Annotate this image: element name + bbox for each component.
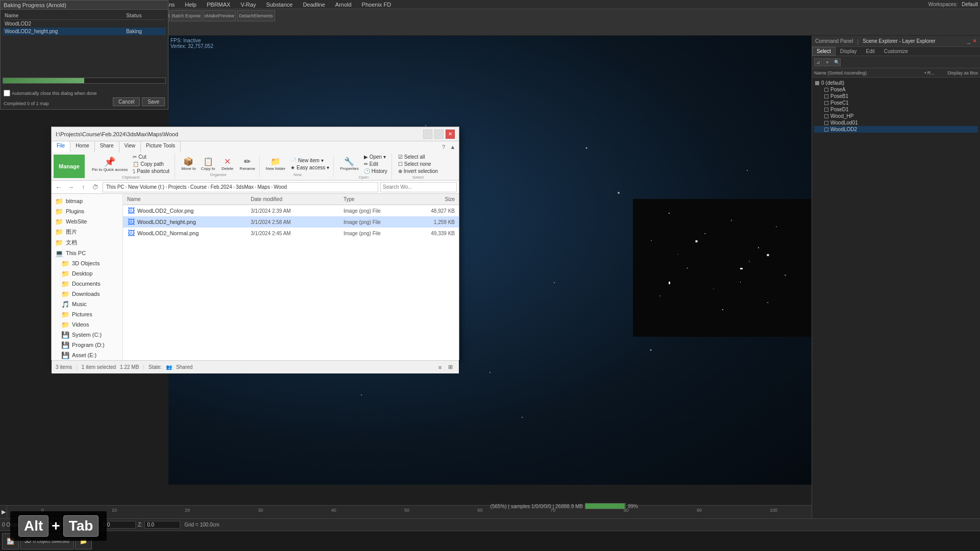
ribbon-help-icon[interactable]: ? [439,143,448,151]
timeline-expand[interactable]: ▶ [0,506,7,518]
ribbon-collapse-icon[interactable]: ▲ [449,143,457,151]
easy-access-button[interactable]: ★ Easy access ▾ [288,164,331,171]
sidebar-item-website[interactable]: 📁 WebSite [52,216,122,227]
baking-row-1[interactable]: WoodLOD2 [3,20,166,28]
menu-vray[interactable]: V-Ray [237,1,259,8]
sidebar-item-docs-cn[interactable]: 📁 文档 [52,237,122,248]
sidebar-item-documents[interactable]: 📁 Documents [52,279,122,289]
pin-quick-access-button[interactable]: 📌 Pin to Quick access [90,155,130,173]
ribbon-tab-view[interactable]: View [119,141,141,153]
col-header-type[interactable]: Type [344,196,405,202]
timeline-bar[interactable]: 01020304050 60708090100 [7,506,812,518]
scene-toolbar-sort[interactable]: ≡ [823,58,831,66]
breadcrumb-feb2024[interactable]: Feb.2024 [210,184,232,190]
col-header-date[interactable]: Date modified [251,196,344,202]
breadcrumb-course[interactable]: Course [190,184,207,190]
delete-button[interactable]: ✕ Delete [218,156,237,172]
scene-item-wood-hp[interactable]: Wood_HP [814,113,978,119]
breadcrumb-wood[interactable]: Wood [274,184,287,190]
menu-substance[interactable]: Substance [263,1,296,8]
maximize-button[interactable]: □ [434,130,444,139]
copy-to-button[interactable]: 📋 Copy to [199,156,217,172]
scene-item-woodlod2[interactable]: WoodLOD2 [814,126,978,133]
menu-deadline[interactable]: Deadline [300,1,328,8]
sidebar-item-plugins[interactable]: 📁 Plugins [52,206,122,216]
open-button[interactable]: ▶ Open ▾ [362,154,389,160]
sidebar-item-this-pc[interactable]: 💻 This PC [52,248,122,258]
view-details-button[interactable]: ≡ [435,363,445,372]
toolbar-detach-elements[interactable]: DetachElements [237,10,275,21]
move-to-button[interactable]: 📦 Move to [179,156,198,172]
breadcrumb[interactable]: This PC › New Volume (I:) › Projects › C… [103,182,378,192]
sidebar-item-drive-d[interactable]: 💾 Program (D:) [52,340,122,350]
properties-button[interactable]: 🔧 Properties [338,156,360,172]
cut-button[interactable]: ✂ Cut [131,154,172,160]
menu-arnold[interactable]: Arnold [332,1,355,8]
select-none-button[interactable]: ☐ Select none [396,161,440,167]
ribbon-tab-picture-tools[interactable]: Picture Tools [141,141,181,153]
new-folder-button[interactable]: 📁 New folder [264,156,287,172]
col-header-size[interactable]: Size [405,196,455,202]
file-row-2[interactable]: 🖼 WoodLOD2_height.png 3/1/2024 2:58 AM I… [123,216,459,228]
sidebar-item-downloads[interactable]: 📁 Downloads [52,289,122,299]
menu-pbrmax[interactable]: PBRMAX [204,1,233,8]
file-row-3[interactable]: 🖼 WoodLOD2_Normal.png 3/1/2024 2:45 AM I… [123,228,459,239]
scene-item-poseb1[interactable]: PoseB1 [814,93,978,99]
breadcrumb-projects[interactable]: Projects [168,184,186,190]
scene-item-posea[interactable]: PoseA [814,86,978,93]
sidebar-item-drive-e[interactable]: 💾 Asset (E:) [52,350,122,360]
z-field[interactable] [144,521,180,529]
col-header-name[interactable]: Name [127,196,251,202]
panel-minimize-icon[interactable]: _ [967,38,970,44]
sidebar-item-drive-c[interactable]: 💾 System (C:) [52,330,122,340]
toolbar-omake[interactable]: oMakePreview [203,10,236,21]
sidebar-item-desktop[interactable]: 📁 Desktop [52,268,122,279]
scene-item-posed1[interactable]: PoseD1 [814,106,978,113]
forward-button[interactable]: → [66,182,76,192]
scene-item-0--default-[interactable]: 0 (default) [814,80,978,86]
sidebar-item-bitmap[interactable]: 📁 bitmap [52,196,122,206]
view-icons-button[interactable]: ⊞ [446,363,455,372]
baking-cancel-button[interactable]: Cancel [113,97,140,106]
minimize-button[interactable]: ─ [423,130,432,139]
ribbon-tab-file[interactable]: File [52,141,70,153]
invert-selection-button[interactable]: ⊕ Invert selection [396,168,440,174]
back-button[interactable]: ← [54,182,64,192]
new-item-button[interactable]: 📄 New item ▾ [288,157,331,164]
baking-save-button[interactable]: Save [142,97,165,106]
tab-customize[interactable]: Customize [879,47,913,56]
tab-select[interactable]: Select [812,47,836,56]
breadcrumb-new-volume[interactable]: New Volume (I:) [128,184,164,190]
baking-row-2[interactable]: WoodLOD2_height.png Baking [3,28,166,35]
copy-path-button[interactable]: 📋 Copy path [131,161,172,167]
scene-item-woodlod01[interactable]: WoodLod01 [814,119,978,126]
scene-item-posec1[interactable]: PoseC1 [814,99,978,106]
tab-edit[interactable]: Edit [862,47,879,56]
menu-phoenix-fd[interactable]: Phoenix FD [359,1,394,8]
sidebar-item-videos[interactable]: 📁 Videos [52,319,122,330]
auto-close-checkbox[interactable] [4,90,10,96]
rename-button[interactable]: ✏ Rename [238,156,257,172]
manage-button[interactable]: Manage [54,155,85,178]
scene-toolbar-search[interactable]: 🔍 [832,58,841,66]
sidebar-item-pictures-cn[interactable]: 📁 图片 [52,227,122,237]
recent-button[interactable]: ⏱ [90,182,101,192]
history-button[interactable]: 🕐 History [362,168,389,174]
select-all-button[interactable]: ☑ Select all [396,154,440,160]
panel-close-icon[interactable]: ✕ [972,38,977,44]
scene-toolbar-filter[interactable]: ⊿ [814,58,822,66]
menu-help[interactable]: Help [182,1,200,8]
close-button[interactable]: ✕ [446,130,455,139]
breadcrumb-this-pc[interactable]: This PC [106,184,125,190]
sidebar-item-pictures[interactable]: 📁 Pictures [52,309,122,319]
sidebar-item-music[interactable]: 🎵 Music [52,299,122,309]
up-button[interactable]: ↑ [78,182,88,192]
sidebar-item-3d-objects[interactable]: 📁 3D Objects [52,258,122,268]
ribbon-tab-home[interactable]: Home [70,141,95,153]
file-row-1[interactable]: 🖼 WoodLOD2_Color.png 3/1/2024 2:39 AM Im… [123,205,459,216]
edit-button[interactable]: ✏ Edit [362,161,389,167]
paste-shortcut-button[interactable]: ⤵ Paste shortcut [131,168,172,174]
breadcrumb-3dsmax[interactable]: 3dsMax [236,184,254,190]
ribbon-tab-share[interactable]: Share [95,141,119,153]
breadcrumb-maps[interactable]: Maps [257,184,270,190]
